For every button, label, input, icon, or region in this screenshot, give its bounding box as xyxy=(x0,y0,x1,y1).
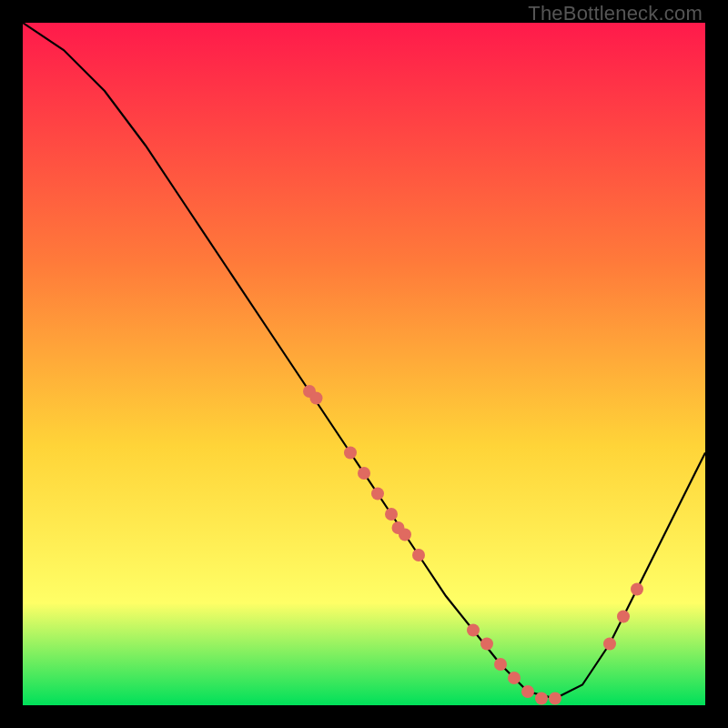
marker-point xyxy=(310,392,323,405)
marker-point xyxy=(535,693,548,705)
marker-point xyxy=(494,658,507,671)
marker-point xyxy=(344,447,357,460)
marker-point xyxy=(521,685,534,698)
gradient-background xyxy=(23,23,705,705)
marker-point xyxy=(358,467,370,480)
chart-frame xyxy=(23,23,705,705)
marker-point xyxy=(399,529,411,541)
bottleneck-chart xyxy=(23,23,705,705)
marker-point xyxy=(467,624,480,637)
marker-point xyxy=(508,672,521,684)
marker-point xyxy=(371,488,384,500)
marker-point xyxy=(385,508,398,521)
marker-point xyxy=(603,638,616,651)
marker-point xyxy=(617,611,630,623)
marker-point xyxy=(631,583,643,596)
marker-point xyxy=(480,638,493,651)
watermark-text: TheBottleneck.com xyxy=(528,2,703,25)
marker-point xyxy=(412,549,425,561)
marker-point xyxy=(549,693,561,705)
